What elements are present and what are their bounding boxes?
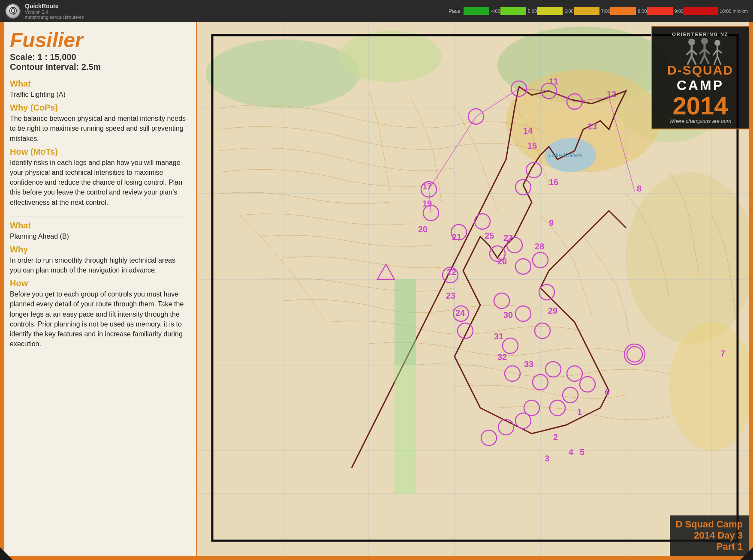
pace-value-4: 8:00	[638, 9, 647, 14]
pace-bar: Pace 4:005:006:007:008:009:0010:00 min/k…	[449, 0, 748, 22]
logo-tagline: Where champions are born	[657, 118, 744, 124]
svg-text:26: 26	[497, 257, 507, 266]
section-2-what-body: Planning Ahead (B)	[10, 231, 187, 241]
section-1-how-label: How (MoTs)	[10, 147, 187, 157]
pace-segment-2	[537, 7, 563, 15]
app-title: QuickRoute	[25, 3, 449, 9]
svg-text:7: 7	[720, 349, 725, 358]
bottom-right-info: D Squad Camp 2014 Day 3 Part 1	[670, 515, 749, 556]
svg-text:16: 16	[549, 177, 558, 187]
frame-bottom	[0, 556, 753, 560]
logo-athletes	[657, 39, 744, 65]
section-1-what-label: What	[10, 79, 187, 89]
pace-segment-1	[500, 7, 526, 15]
svg-rect-100	[395, 279, 416, 365]
svg-text:14: 14	[523, 126, 533, 135]
app-version: Version 2.4	[25, 9, 449, 15]
pace-segment-6	[684, 7, 718, 15]
svg-text:32: 32	[497, 352, 507, 362]
pace-segment-3	[574, 7, 599, 15]
map-area: 11 12 13 14 15 16 17 19 20 21 22 23 24 2…	[197, 22, 753, 560]
bri-camp: D Squad Camp	[676, 519, 743, 530]
section-1-how-body: Identify risks in each legs and plan how…	[10, 158, 187, 207]
pace-value-3: 7:00	[601, 9, 610, 14]
app-url: matstroeng.se/quickroute/en	[25, 15, 449, 20]
app-info: QuickRoute Version 2.4 matstroeng.se/qui…	[25, 3, 449, 20]
svg-text:29: 29	[548, 306, 557, 315]
bri-year: 2014 Day 3	[676, 530, 743, 541]
svg-text:22: 22	[447, 267, 456, 277]
svg-text:6: 6	[605, 387, 609, 397]
svg-point-6	[626, 172, 753, 344]
svg-text:2: 2	[553, 432, 558, 442]
svg-text:15: 15	[527, 141, 537, 150]
svg-text:20: 20	[418, 225, 428, 234]
section-divider	[10, 216, 187, 216]
pace-segment-5	[647, 7, 673, 15]
svg-text:11: 11	[549, 77, 558, 86]
frame-left	[0, 0, 4, 560]
svg-text:31: 31	[494, 332, 503, 341]
frame-right	[749, 0, 753, 560]
svg-text:27: 27	[503, 233, 513, 243]
pace-value-1: 5:00	[528, 9, 537, 14]
logo-year: 2014	[657, 93, 744, 118]
map-contour: Contour Interval: 2.5m	[10, 62, 187, 72]
svg-point-108	[701, 38, 708, 45]
section-1: What Traffic Lighting (A) Why (CoPs) The…	[10, 79, 187, 207]
section-2-why-label: Why	[10, 245, 187, 255]
svg-text:Lake Kollata: Lake Kollata	[549, 152, 582, 159]
svg-text:5: 5	[580, 447, 584, 457]
corner-bl	[0, 547, 13, 560]
logo-camp: CAMP	[657, 78, 744, 93]
pace-label: Pace	[449, 8, 460, 14]
section-1-why-body: The balance between physical and mental …	[10, 114, 187, 144]
svg-text:30: 30	[503, 310, 513, 320]
svg-line-113	[705, 55, 709, 64]
svg-point-114	[714, 40, 720, 46]
pace-value-0: 4:00	[491, 9, 500, 14]
svg-line-112	[700, 55, 705, 64]
logo-overlay: ORIENTEERING NZ	[651, 26, 750, 129]
section-1-why-label: Why (CoPs)	[10, 103, 187, 113]
left-panel: Fusilier Scale: 1 : 15,000 Contour Inter…	[0, 22, 197, 560]
svg-point-7	[669, 322, 753, 451]
bri-part: Part 1	[676, 541, 743, 552]
svg-text:25: 25	[485, 231, 494, 240]
svg-text:4: 4	[569, 447, 574, 457]
app-logo: Ⓠ	[5, 3, 21, 19]
section-2-why-body: In order to run smoothly through highly …	[10, 255, 187, 275]
svg-text:28: 28	[535, 242, 544, 251]
section-1-what-body: Traffic Lighting (A)	[10, 90, 187, 99]
svg-point-2	[339, 31, 442, 82]
svg-rect-101	[395, 365, 416, 494]
svg-text:1: 1	[577, 407, 582, 416]
logo-top-text: ORIENTEERING NZ	[657, 31, 744, 37]
section-2: What Planning Ahead (B) Why In order to …	[10, 221, 187, 349]
corner-br	[740, 547, 753, 560]
map-scale: Scale: 1 : 15,000	[10, 52, 187, 62]
svg-text:8: 8	[637, 184, 642, 193]
pace-segment-4	[610, 7, 636, 15]
pace-segment-0	[464, 7, 489, 15]
pace-value-6: 10:00 min/km	[720, 9, 748, 14]
svg-text:23: 23	[446, 291, 455, 300]
svg-text:9: 9	[549, 218, 554, 228]
svg-text:21: 21	[452, 232, 461, 242]
section-2-how-body: Before you get to each group of controls…	[10, 289, 187, 349]
titlebar: Ⓠ QuickRoute Version 2.4 matstroeng.se/q…	[0, 0, 753, 22]
svg-text:33: 33	[524, 359, 533, 369]
section-2-how-label: How	[10, 279, 187, 288]
svg-text:24: 24	[455, 308, 465, 317]
main-content: Fusilier Scale: 1 : 15,000 Contour Inter…	[0, 22, 753, 560]
svg-text:13: 13	[587, 122, 597, 131]
pace-value-2: 6:00	[564, 9, 573, 14]
pace-value-5: 9:00	[675, 9, 684, 14]
logo-dsquad: D-SQUAD	[657, 63, 744, 78]
svg-point-102	[688, 39, 695, 45]
section-2-what-label: What	[10, 221, 187, 231]
svg-text:3: 3	[545, 454, 549, 463]
map-title: Fusilier	[10, 30, 187, 51]
